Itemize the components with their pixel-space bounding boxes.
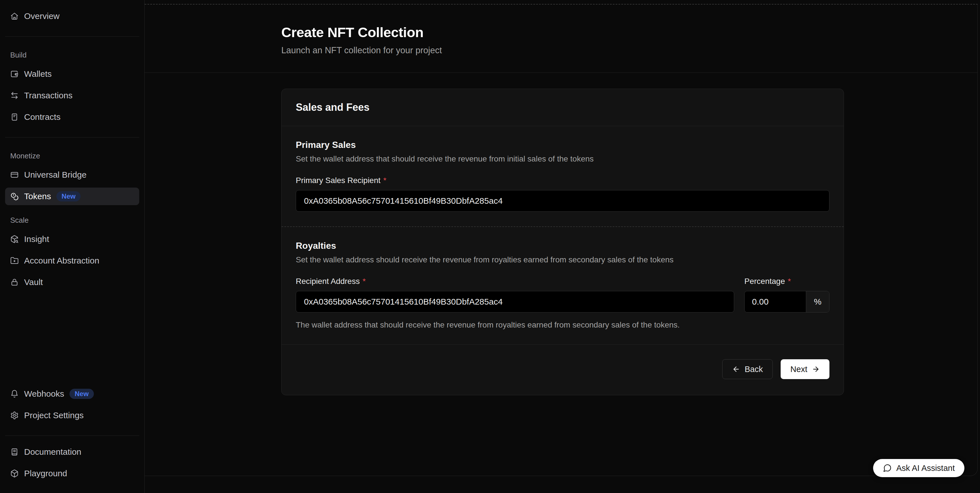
sidebar-item-label: Insight (24, 234, 49, 244)
sidebar-item-label: Webhooks (24, 389, 64, 399)
royalties-description: Set the wallet address should receive th… (296, 255, 829, 264)
back-button-label: Back (745, 365, 763, 374)
app-root: Overview Build Wallets Transactions Cont… (0, 0, 980, 493)
sidebar-item-label: Universal Bridge (24, 170, 86, 180)
field-label-text: Primary Sales Recipient (296, 176, 380, 185)
percentage-field: Percentage * % (745, 264, 829, 312)
recipient-address-field: Recipient Address * (296, 264, 734, 312)
recipient-address-input[interactable] (296, 291, 734, 312)
sidebar: Overview Build Wallets Transactions Cont… (0, 0, 145, 493)
field-label-text: Recipient Address (296, 277, 360, 286)
sidebar-item-contracts[interactable]: Contracts (5, 108, 139, 126)
sidebar-item-project-settings[interactable]: Project Settings (5, 407, 139, 424)
sidebar-item-overview[interactable]: Overview (5, 7, 139, 25)
main-area: Create NFT Collection Launch an NFT coll… (145, 0, 980, 493)
percentage-input[interactable] (745, 291, 806, 312)
primary-sales-recipient-input[interactable] (296, 190, 829, 212)
percentage-input-group: % (745, 291, 829, 312)
sales-and-fees-card: Sales and Fees Primary Sales Set the wal… (281, 89, 844, 395)
sidebar-section-build: Build (10, 51, 134, 60)
field-label-text: Percentage (745, 277, 785, 286)
wallet-icon (10, 70, 19, 78)
primary-sales-section: Primary Sales Set the wallet address tha… (282, 126, 843, 227)
required-asterisk: * (788, 277, 791, 286)
sidebar-section-scale: Scale (10, 216, 134, 225)
contract-document-icon (10, 113, 19, 121)
back-button[interactable]: Back (722, 359, 773, 379)
page-title: Create NFT Collection (281, 24, 961, 40)
arrows-left-right-icon (10, 91, 19, 100)
sidebar-item-documentation[interactable]: Documentation (5, 443, 139, 461)
sidebar-item-universal-bridge[interactable]: Universal Bridge (5, 166, 139, 184)
sidebar-section-monetize: Monetize (10, 152, 134, 160)
sidebar-item-label: Tokens (24, 192, 51, 201)
sidebar-item-label: Project Settings (24, 411, 84, 420)
primary-sales-heading: Primary Sales (296, 139, 829, 150)
sidebar-divider (5, 36, 139, 36)
sidebar-item-label: Documentation (24, 447, 81, 457)
royalties-section: Royalties Set the wallet address should … (282, 227, 843, 344)
arrow-right-icon (812, 365, 820, 373)
credit-card-icon (10, 171, 19, 179)
book-icon (10, 448, 19, 456)
royalties-fields-row: Recipient Address * Percentage * (296, 264, 829, 312)
sidebar-item-label: Overview (24, 11, 60, 21)
bell-icon (10, 390, 19, 398)
ask-ai-assistant-button[interactable]: Ask AI Assistant (873, 459, 964, 477)
new-badge: New (70, 389, 94, 399)
chat-bubble-icon (883, 463, 892, 472)
sidebar-item-label: Transactions (24, 91, 73, 100)
royalties-helper-text: The wallet address that should receive t… (296, 320, 829, 330)
gear-icon (10, 411, 19, 420)
next-button[interactable]: Next (781, 359, 829, 379)
royalties-heading: Royalties (296, 241, 829, 251)
percentage-label: Percentage * (745, 277, 829, 286)
folder-dot-icon (10, 257, 19, 265)
sidebar-item-account-abstraction[interactable]: Account Abstraction (5, 252, 139, 269)
recipient-address-label: Recipient Address * (296, 277, 734, 286)
sidebar-item-webhooks[interactable]: Webhooks New (5, 385, 139, 403)
arrow-left-icon (732, 365, 740, 373)
sidebar-item-label: Wallets (24, 69, 52, 79)
page-header: Create NFT Collection Launch an NFT coll… (145, 5, 977, 73)
home-icon (10, 12, 19, 21)
main-panel: Create NFT Collection Launch an NFT coll… (145, 4, 978, 476)
package-search-icon (10, 235, 19, 243)
sidebar-item-label: Vault (24, 277, 43, 287)
sidebar-item-vault[interactable]: Vault (5, 273, 139, 291)
card-footer: Back Next (282, 344, 843, 395)
next-button-label: Next (790, 365, 807, 374)
coins-icon (10, 192, 19, 201)
primary-sales-recipient-label: Primary Sales Recipient * (296, 176, 829, 185)
primary-sales-description: Set the wallet address that should recei… (296, 154, 829, 163)
ask-ai-assistant-label: Ask AI Assistant (896, 463, 955, 473)
page-subtitle: Launch an NFT collection for your projec… (281, 45, 961, 55)
card-title: Sales and Fees (282, 89, 843, 126)
sidebar-item-transactions[interactable]: Transactions (5, 87, 139, 104)
sidebar-item-insight[interactable]: Insight (5, 230, 139, 248)
sidebar-item-label: Account Abstraction (24, 256, 99, 265)
sidebar-item-label: Contracts (24, 112, 60, 122)
percent-suffix: % (806, 291, 829, 312)
sidebar-spacer (5, 295, 139, 385)
sidebar-item-tokens[interactable]: Tokens New (5, 187, 139, 205)
required-asterisk: * (363, 277, 366, 286)
cube-icon (10, 469, 19, 478)
new-badge: New (56, 191, 81, 201)
sidebar-item-label: Playground (24, 469, 67, 478)
sidebar-divider (5, 137, 139, 138)
required-asterisk: * (383, 176, 387, 185)
sidebar-item-playground[interactable]: Playground (5, 464, 139, 482)
lock-icon (10, 278, 19, 287)
sidebar-item-wallets[interactable]: Wallets (5, 65, 139, 83)
